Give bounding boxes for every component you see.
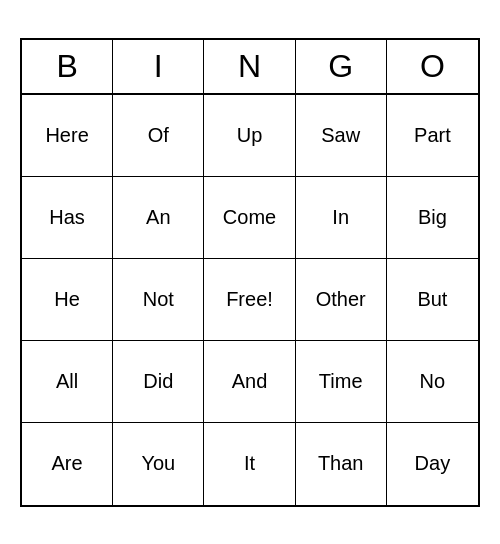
bingo-cell-19: No bbox=[387, 341, 478, 423]
header-b: B bbox=[22, 40, 113, 93]
bingo-cell-23: Than bbox=[296, 423, 387, 505]
bingo-cell-24: Day bbox=[387, 423, 478, 505]
bingo-cell-21: You bbox=[113, 423, 204, 505]
bingo-header: B I N G O bbox=[22, 40, 478, 95]
bingo-cell-7: Come bbox=[204, 177, 295, 259]
bingo-cell-6: An bbox=[113, 177, 204, 259]
bingo-cell-22: It bbox=[204, 423, 295, 505]
header-i: I bbox=[113, 40, 204, 93]
bingo-cell-3: Saw bbox=[296, 95, 387, 177]
bingo-cell-20: Are bbox=[22, 423, 113, 505]
bingo-cell-10: He bbox=[22, 259, 113, 341]
bingo-cell-1: Of bbox=[113, 95, 204, 177]
bingo-cell-18: Time bbox=[296, 341, 387, 423]
bingo-grid: HereOfUpSawPartHasAnComeInBigHeNotFree!O… bbox=[22, 95, 478, 505]
bingo-cell-11: Not bbox=[113, 259, 204, 341]
bingo-cell-15: All bbox=[22, 341, 113, 423]
bingo-cell-2: Up bbox=[204, 95, 295, 177]
bingo-cell-9: Big bbox=[387, 177, 478, 259]
header-o: O bbox=[387, 40, 478, 93]
header-g: G bbox=[296, 40, 387, 93]
bingo-card: B I N G O HereOfUpSawPartHasAnComeInBigH… bbox=[20, 38, 480, 507]
bingo-cell-12: Free! bbox=[204, 259, 295, 341]
bingo-cell-8: In bbox=[296, 177, 387, 259]
bingo-cell-4: Part bbox=[387, 95, 478, 177]
bingo-cell-13: Other bbox=[296, 259, 387, 341]
bingo-cell-17: And bbox=[204, 341, 295, 423]
bingo-cell-0: Here bbox=[22, 95, 113, 177]
bingo-cell-5: Has bbox=[22, 177, 113, 259]
bingo-cell-16: Did bbox=[113, 341, 204, 423]
header-n: N bbox=[204, 40, 295, 93]
bingo-cell-14: But bbox=[387, 259, 478, 341]
